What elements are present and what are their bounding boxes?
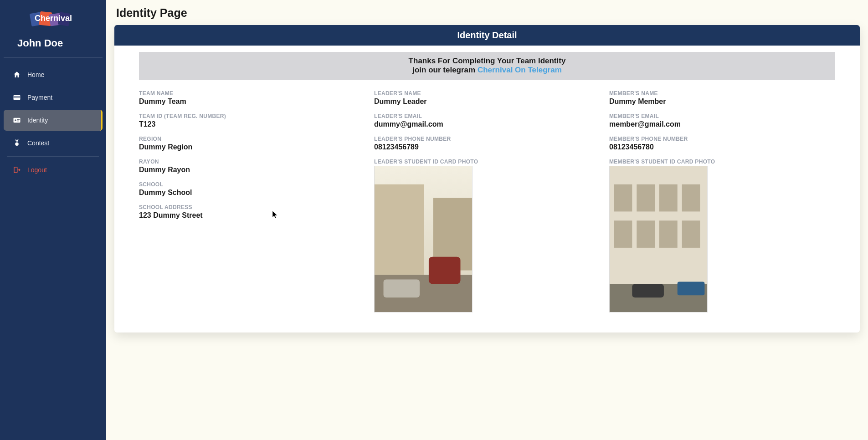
team-id: T123 <box>139 120 365 128</box>
sidebar-item-label: Logout <box>27 166 47 174</box>
svg-point-11 <box>15 143 19 146</box>
svg-rect-31 <box>632 284 664 297</box>
sidebar-item-label: Contest <box>27 139 49 147</box>
medal-icon <box>13 139 21 147</box>
field-label: MEMBER'S EMAIL <box>609 113 835 119</box>
field-label: LEADER'S EMAIL <box>374 113 600 119</box>
svg-rect-17 <box>429 257 461 284</box>
nav-separator <box>7 156 99 157</box>
leader-phone: 08123456789 <box>374 143 600 151</box>
team-address: 123 Dummy Street <box>139 211 365 220</box>
svg-rect-7 <box>14 118 21 123</box>
svg-rect-22 <box>614 184 632 212</box>
leader-column: LEADER'S NAMEDummy Leader LEADER'S EMAIL… <box>374 90 600 320</box>
field-label: LEADER'S PHONE NUMBER <box>374 136 600 142</box>
field-label: LEADER'S STUDENT ID CARD PHOTO <box>374 159 600 165</box>
logo: Chernival <box>0 0 106 33</box>
sidebar-item-identity[interactable]: Identity <box>4 110 103 131</box>
leader-photo <box>374 166 473 312</box>
banner-text: Thanks For Completing Your Team Identity <box>144 56 831 66</box>
member-photo <box>609 166 708 312</box>
svg-rect-23 <box>637 184 655 212</box>
svg-rect-25 <box>682 184 700 212</box>
field-label: RAYON <box>139 159 365 165</box>
svg-rect-26 <box>614 220 632 248</box>
identity-icon <box>13 116 21 124</box>
sidebar-item-label: Home <box>27 71 44 78</box>
svg-rect-27 <box>637 220 655 248</box>
sidebar: Chernival John Doe Home Payment Identity <box>0 0 106 440</box>
completion-banner: Thanks For Completing Your Team Identity… <box>139 52 835 80</box>
svg-rect-18 <box>384 279 420 297</box>
field-label: TEAM ID (TEAM REG. NUMBER) <box>139 113 365 119</box>
page-title: Identity Page <box>116 6 860 20</box>
svg-text:Chernival: Chernival <box>34 14 72 23</box>
field-label: REGION <box>139 136 365 142</box>
team-column: TEAM NAMEDummy Team TEAM ID (TEAM REG. N… <box>139 90 365 320</box>
team-school: Dummy School <box>139 189 365 197</box>
banner-cta: join our telegram Chernival On Telegram <box>144 66 831 75</box>
member-column: MEMBER'S NAMEDummy Member MEMBER'S EMAIL… <box>609 90 835 320</box>
svg-rect-6 <box>14 97 21 97</box>
svg-rect-12 <box>14 167 17 173</box>
sidebar-item-payment[interactable]: Payment <box>4 87 103 108</box>
payment-icon <box>13 93 21 102</box>
sidebar-item-logout[interactable]: Logout <box>4 159 103 180</box>
svg-rect-14 <box>375 184 424 275</box>
sidebar-item-label: Payment <box>27 94 52 101</box>
svg-rect-29 <box>682 220 700 248</box>
field-label: MEMBER'S STUDENT ID CARD PHOTO <box>609 159 835 165</box>
logout-icon <box>13 166 21 174</box>
banner-prefix: join our telegram <box>412 66 478 74</box>
svg-rect-30 <box>678 281 705 295</box>
telegram-link[interactable]: Chernival On Telegram <box>478 66 562 74</box>
team-rayon: Dummy Rayon <box>139 166 365 174</box>
team-region: Dummy Region <box>139 143 365 151</box>
svg-point-8 <box>15 119 16 121</box>
svg-rect-24 <box>659 184 678 212</box>
leader-name: Dummy Leader <box>374 97 600 106</box>
svg-rect-10 <box>17 121 19 122</box>
nav: Home Payment Identity Contest Logout <box>0 58 106 189</box>
card-header: Identity Detail <box>114 25 860 46</box>
field-label: SCHOOL ADDRESS <box>139 204 365 210</box>
team-name: Dummy Team <box>139 97 365 106</box>
svg-rect-9 <box>17 119 20 120</box>
member-email: member@gmail.com <box>609 120 835 128</box>
svg-rect-28 <box>659 220 678 248</box>
sidebar-item-contest[interactable]: Contest <box>4 133 103 153</box>
member-name: Dummy Member <box>609 97 835 106</box>
home-icon <box>13 71 21 79</box>
leader-email: dummy@gmail.com <box>374 120 600 128</box>
sidebar-item-home[interactable]: Home <box>4 64 103 85</box>
field-label: SCHOOL <box>139 181 365 188</box>
field-label: LEADER'S NAME <box>374 90 600 97</box>
field-label: MEMBER'S PHONE NUMBER <box>609 136 835 142</box>
field-label: MEMBER'S NAME <box>609 90 835 97</box>
field-label: TEAM NAME <box>139 90 365 97</box>
sidebar-item-label: Identity <box>27 117 48 124</box>
member-phone: 08123456780 <box>609 143 835 151</box>
username: John Doe <box>4 33 103 58</box>
identity-card: Identity Detail Thanks For Completing Yo… <box>114 25 860 333</box>
main-content: Identity Page Identity Detail Thanks For… <box>106 0 868 440</box>
